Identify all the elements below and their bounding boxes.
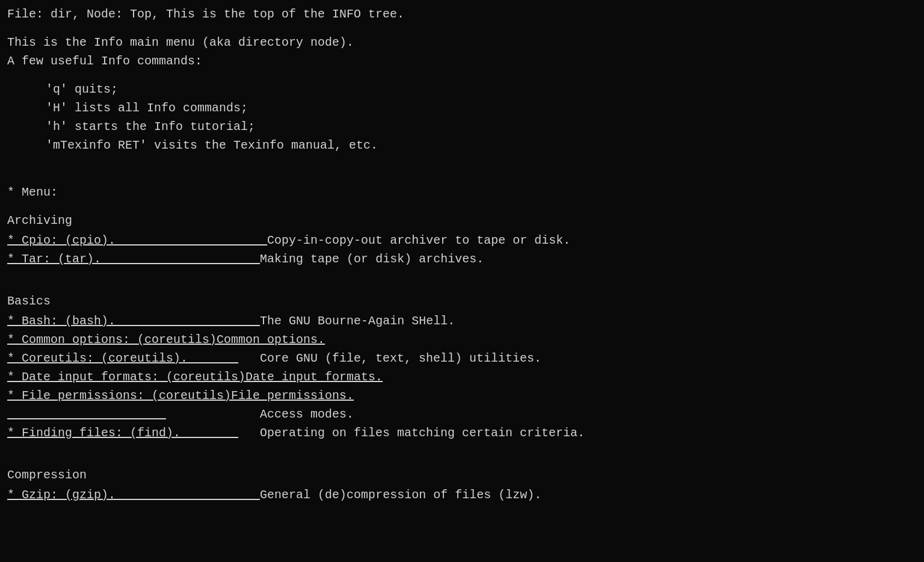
section-compression: Compression * Gzip: (gzip). General (de)…	[7, 466, 917, 504]
file-permissions-link[interactable]: * File permissions: (coreutils)File perm…	[7, 386, 354, 405]
tar-desc: Making tape (or disk) archives.	[260, 250, 484, 268]
blank-spacer-1	[7, 164, 917, 183]
menu-item-finding-files: * Finding files: (find). Operating on fi…	[7, 424, 917, 442]
menu-item-bash: * Bash: (bash). The GNU Bourne-Again SHe…	[7, 312, 917, 330]
menu-item-gzip: * Gzip: (gzip). General (de)compression …	[7, 486, 917, 504]
menu-item-coreutils: * Coreutils: (coreutils). Core GNU (file…	[7, 349, 917, 368]
section-archiving: Archiving * Cpio: (cpio). Copy-in-copy-o…	[7, 211, 917, 268]
finding-files-link[interactable]: * Finding files: (find).	[7, 424, 260, 442]
access-modes-padding	[7, 405, 260, 424]
header-text: File: dir, Node: Top, This is the top of…	[7, 7, 404, 21]
bash-link[interactable]: * Bash: (bash).	[7, 312, 260, 330]
command-mTexinfo: 'mTexinfo RET' visits the Texinfo manual…	[31, 136, 917, 155]
finding-files-desc: Operating on files matching certain crit…	[260, 424, 585, 442]
common-options-link[interactable]: * Common options: (coreutils)Common opti…	[7, 330, 325, 349]
terminal-window: File: dir, Node: Top, This is the top of…	[7, 5, 917, 504]
gzip-desc: General (de)compression of files (lzw).	[260, 486, 541, 504]
command-quit: 'q' quits;	[31, 80, 917, 99]
intro-line1: This is the Info main menu (aka director…	[7, 33, 917, 52]
command-h: 'h' starts the Info tutorial;	[31, 117, 917, 136]
coreutils-desc: Core GNU (file, text, shell) utilities.	[260, 349, 541, 368]
cpio-desc: Copy-in-copy-out archiver to tape or dis…	[267, 231, 570, 250]
menu-item-common-options: * Common options: (coreutils)Common opti…	[7, 330, 917, 349]
cpio-link[interactable]: * Cpio: (cpio).	[7, 231, 267, 250]
header-line: File: dir, Node: Top, This is the top of…	[7, 5, 917, 23]
commands-section: 'q' quits; 'H' lists all Info commands; …	[31, 80, 917, 155]
date-input-link[interactable]: * Date input formats: (coreutils)Date in…	[7, 368, 383, 386]
intro-section: This is the Info main menu (aka director…	[7, 33, 917, 70]
coreutils-link[interactable]: * Coreutils: (coreutils).	[7, 349, 260, 368]
blank-spacer-3	[7, 442, 917, 461]
access-modes-desc: Access modes.	[260, 405, 354, 424]
gzip-link[interactable]: * Gzip: (gzip).	[7, 486, 260, 504]
compression-title: Compression	[7, 466, 917, 484]
menu-item-date-input: * Date input formats: (coreutils)Date in…	[7, 368, 917, 386]
section-basics: Basics * Bash: (bash). The GNU Bourne-Ag…	[7, 292, 917, 442]
menu-item-access-modes: Access modes.	[7, 405, 917, 424]
menu-item-file-permissions: * File permissions: (coreutils)File perm…	[7, 386, 917, 405]
basics-title: Basics	[7, 292, 917, 310]
menu-item-cpio: * Cpio: (cpio). Copy-in-copy-out archive…	[7, 231, 917, 250]
bash-desc: The GNU Bourne-Again SHell.	[260, 312, 455, 330]
tar-link[interactable]: * Tar: (tar).	[7, 250, 260, 268]
archiving-title: Archiving	[7, 211, 917, 230]
menu-header: * Menu:	[7, 183, 917, 202]
menu-item-tar: * Tar: (tar). Making tape (or disk) arch…	[7, 250, 917, 268]
command-H: 'H' lists all Info commands;	[31, 99, 917, 117]
blank-spacer-2	[7, 268, 917, 287]
intro-line2: A few useful Info commands:	[7, 52, 917, 70]
